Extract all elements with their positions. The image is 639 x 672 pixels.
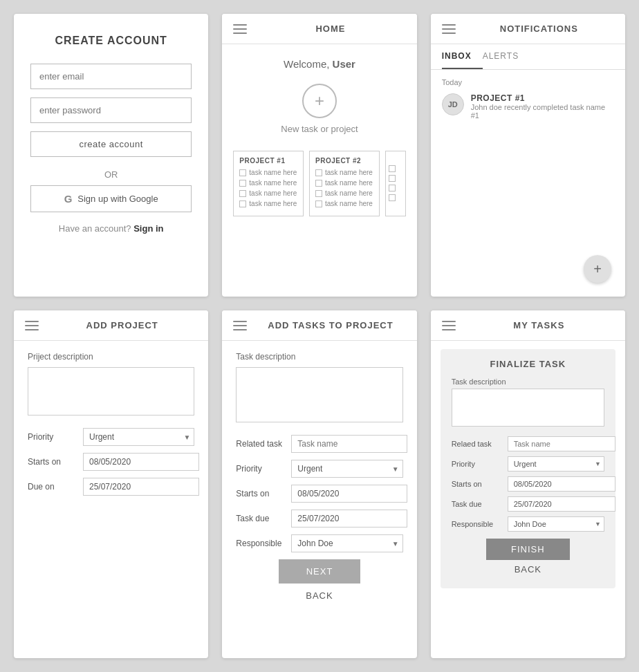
google-icon: G (64, 193, 73, 205)
task-due-row: Task due (236, 510, 402, 528)
email-input[interactable] (30, 64, 192, 89)
starts-on-label: Starts on (236, 489, 291, 498)
google-signup-button[interactable]: G Sign up with Google (30, 185, 192, 212)
task-description-label: Task description (236, 352, 402, 362)
signin-row: Have an account? Sign in (30, 223, 192, 234)
responsible-select-wrapper: John Doe Jane Doe ▼ (291, 534, 402, 552)
starts-on-label: Starts on (452, 480, 503, 488)
add-project-screen: ADD PROJECT Priject description Priority… (14, 310, 208, 658)
task-item: task name here (239, 169, 297, 176)
finalize-description-textarea[interactable] (452, 389, 604, 427)
task-description-textarea[interactable] (236, 367, 402, 422)
have-account-text: Have an account? (59, 223, 131, 234)
starts-on-row: Starts on (452, 476, 604, 492)
priority-select-wrapper: Urgent High Normal ▼ (508, 456, 604, 472)
priority-label: Priority (452, 460, 503, 468)
back-button[interactable]: BACK (515, 564, 541, 575)
priority-row: Priority Urgent High Normal ▼ (452, 456, 604, 472)
starts-on-input[interactable] (508, 476, 615, 492)
task-due-input[interactable] (291, 510, 407, 528)
alerts-tab[interactable]: ALERTS (483, 44, 530, 69)
project-card-partial (385, 151, 406, 216)
due-on-label: Due on (28, 482, 83, 492)
menu-icon[interactable] (233, 321, 247, 330)
priority-select[interactable]: Urgent High Normal Low (83, 428, 194, 446)
new-task-area: + New task or project (233, 84, 405, 134)
task-item: task name here (315, 169, 373, 176)
task-item: task name here (239, 179, 297, 187)
responsible-select[interactable]: John Doe Jane Doe (291, 534, 402, 552)
priority-select[interactable]: Urgent High Normal (508, 456, 604, 472)
menu-icon[interactable] (442, 24, 456, 34)
menu-icon[interactable] (442, 321, 456, 330)
menu-icon[interactable] (25, 321, 39, 330)
related-task-input[interactable] (508, 436, 615, 451)
notifications-title: NOTIFICATIONS (464, 24, 614, 34)
task-due-input[interactable] (508, 496, 615, 512)
notification-tabs: INBOX ALERTS (431, 44, 625, 70)
add-task-button[interactable]: + (302, 84, 337, 118)
related-task-label: Relaed task (452, 440, 503, 448)
priority-select[interactable]: Urgent High Normal (291, 460, 402, 478)
back-button[interactable]: BACK (306, 590, 333, 601)
notification-content: PROJECT #1 John doe recently completed t… (471, 93, 614, 120)
responsible-row: Responsible John Doe Jane Doe ▼ (452, 516, 604, 532)
notifications-screen: NOTIFICATIONS INBOX ALERTS Today JD PROJ… (431, 14, 625, 297)
task-due-row: Task due (452, 496, 604, 512)
finalize-card: FINALIZE TASK Task description Relaed ta… (441, 349, 615, 588)
starts-on-label: Starts on (28, 457, 83, 467)
project-description-textarea[interactable] (28, 367, 194, 416)
avatar: JD (442, 93, 464, 115)
float-add-button[interactable]: + (584, 255, 611, 283)
add-tasks-title: ADD TASKS TO PROJECT (255, 320, 405, 330)
notification-item: JD PROJECT #1 John doe recently complete… (442, 93, 614, 120)
responsible-select[interactable]: John Doe Jane Doe (508, 516, 604, 532)
related-task-input[interactable] (291, 435, 407, 453)
project-1-title: PROJECT #1 (239, 157, 297, 165)
starts-on-row: Starts on (28, 453, 194, 471)
home-header: HOME (222, 14, 416, 44)
inbox-tab[interactable]: INBOX (442, 44, 483, 69)
priority-row: Priority Urgent High Normal Low ▼ (28, 428, 194, 446)
task-item: task name here (315, 189, 373, 197)
priority-label: Priority (236, 464, 291, 474)
new-task-label: New task or project (281, 124, 358, 134)
related-task-row: Related task (236, 435, 402, 453)
menu-icon[interactable] (233, 24, 247, 34)
next-button[interactable]: NEXT (279, 559, 361, 584)
description-label: Priject description (28, 352, 194, 362)
notification-title: PROJECT #1 (471, 93, 614, 103)
task-item: task name here (239, 200, 297, 207)
responsible-label: Responsible (236, 539, 291, 548)
home-title: HOME (255, 24, 405, 34)
add-tasks-form: Task description Related task Priority U… (222, 341, 416, 616)
due-on-row: Due on (28, 478, 194, 496)
my-tasks-header: MY TASKS (431, 310, 625, 341)
due-on-input[interactable] (83, 478, 199, 496)
priority-select-wrapper: Urgent High Normal Low ▼ (83, 428, 194, 446)
priority-label: Priority (28, 432, 83, 442)
or-divider: OR (30, 169, 192, 180)
project-card-2: PROJECT #2 task name here task name here… (309, 151, 380, 216)
starts-on-input[interactable] (83, 453, 199, 471)
finish-button[interactable]: FINISH (486, 539, 570, 560)
responsible-select-wrapper: John Doe Jane Doe ▼ (508, 516, 604, 532)
create-account-button[interactable]: create account (30, 131, 192, 157)
task-item: task name here (315, 200, 373, 207)
notifications-header: NOTIFICATIONS (431, 14, 625, 44)
project-2-title: PROJECT #2 (315, 157, 373, 165)
responsible-label: Responsible (452, 520, 503, 528)
add-tasks-header: ADD TASKS TO PROJECT (222, 310, 416, 341)
sign-in-link[interactable]: Sign in (133, 223, 163, 234)
home-screen: HOME Welcome, User + New task or project… (222, 14, 416, 297)
finalize-title: FINALIZE TASK (452, 359, 604, 369)
password-input[interactable] (30, 97, 192, 123)
projects-row: PROJECT #1 task name here task name here… (233, 151, 405, 223)
add-project-header: ADD PROJECT (14, 310, 208, 341)
task-description-label: Task description (452, 377, 604, 386)
add-project-form: Priject description Priority Urgent High… (14, 341, 208, 514)
starts-on-input[interactable] (291, 485, 407, 503)
my-tasks-screen: MY TASKS FINALIZE TASK Task description … (431, 310, 625, 658)
related-task-row: Relaed task (452, 436, 604, 451)
task-item: task name here (239, 189, 297, 197)
